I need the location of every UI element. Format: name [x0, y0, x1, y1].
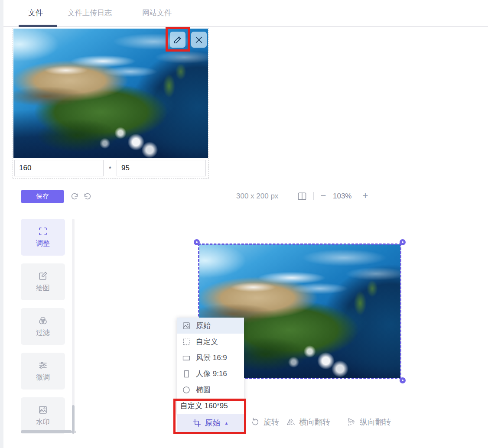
redo-icon	[83, 192, 92, 201]
rotate-icon	[251, 417, 260, 427]
tab-upload-log[interactable]: 文件上传日志	[68, 8, 112, 18]
sidebar-item-adjust[interactable]: 调整	[21, 219, 65, 256]
portrait-rect-icon	[182, 370, 191, 378]
sidebar-item-label: 过滤	[36, 328, 50, 338]
menu-item-label: 原始	[196, 321, 211, 331]
save-button[interactable]: 保存	[21, 190, 64, 203]
remove-image-button[interactable]	[191, 32, 207, 48]
zoom-in-button[interactable]: +	[361, 191, 370, 201]
caret-up-icon: ▲	[224, 421, 229, 425]
tab-bar: 文件 文件上传日志 网站文件	[3, 0, 488, 27]
thumbnail-image[interactable]	[13, 29, 208, 159]
filter-icon	[38, 315, 48, 326]
flip-vertical-icon	[347, 417, 356, 427]
flip-vertical-label: 纵向翻转	[360, 417, 391, 427]
ellipse-icon	[182, 386, 191, 394]
crop-aspect-menu: 原始 自定义 风景 16:9 人像 9:16 椭圆 自定	[177, 318, 244, 414]
scrollbar-corner	[74, 431, 76, 433]
close-icon	[194, 35, 204, 45]
crop-aspect-label: 原始	[205, 418, 221, 428]
split-view-button[interactable]	[297, 192, 307, 201]
dimension-separator: *	[104, 165, 117, 172]
crop-aspect-button[interactable]: 原始 ▲	[177, 414, 244, 432]
pencil-icon	[173, 35, 182, 45]
menu-item-custom[interactable]: 自定义	[177, 334, 244, 350]
sidebar-horizontal-scrollbar[interactable]	[21, 430, 72, 433]
file-preview-card: *	[13, 28, 209, 179]
rotate-label: 旋转	[264, 417, 279, 427]
menu-item-label: 风景 16:9	[196, 353, 227, 363]
tab-site-files[interactable]: 网站文件	[142, 8, 172, 18]
tab-files[interactable]: 文件	[28, 8, 43, 18]
height-input[interactable]	[117, 160, 206, 176]
menu-item-label: 自定义 160*95	[180, 401, 228, 411]
menu-item-label: 自定义	[196, 337, 218, 347]
menu-item-label: 椭圆	[196, 385, 211, 395]
sidebar-item-filter[interactable]: 过滤	[21, 308, 65, 345]
dashed-square-icon	[182, 338, 191, 346]
menu-item-label: 人像 9:16	[196, 369, 227, 379]
crop-icon	[192, 419, 201, 427]
crop-handle-bottom-right[interactable]	[400, 377, 406, 383]
image-editor-page: 文件 文件上传日志 网站文件 * 保存	[0, 0, 488, 448]
crop-handle-top-left[interactable]	[194, 239, 200, 245]
width-input[interactable]	[14, 160, 104, 176]
undo-button[interactable]	[70, 192, 80, 202]
tune-icon	[38, 360, 48, 370]
menu-item-portrait-9-16[interactable]: 人像 9:16	[177, 366, 244, 382]
flip-vertical-button[interactable]: 纵向翻转	[347, 417, 391, 427]
size-inputs-row: *	[13, 158, 208, 178]
landscape-rect-icon	[182, 354, 191, 362]
toolbar-divider	[313, 192, 314, 200]
menu-item-original[interactable]: 原始	[177, 318, 244, 334]
watermark-icon	[38, 405, 48, 415]
zoom-level-label: 103%	[333, 192, 351, 201]
undo-icon	[70, 192, 79, 201]
menu-item-custom-160x95[interactable]: 自定义 160*95	[177, 398, 244, 414]
sidebar-item-draw[interactable]: 绘图	[21, 263, 65, 300]
flip-horizontal-icon	[286, 417, 296, 427]
flip-horizontal-label: 横向翻转	[299, 417, 330, 427]
sidebar-item-label: 水印	[36, 418, 50, 427]
split-view-icon	[297, 192, 307, 201]
redo-button[interactable]	[83, 192, 93, 202]
window-edge	[0, 0, 3, 448]
draw-icon	[38, 271, 48, 281]
sidebar-vertical-scrollbar[interactable]	[72, 405, 75, 434]
menu-item-ellipse[interactable]: 椭圆	[177, 382, 244, 398]
edit-image-button[interactable]	[170, 32, 185, 48]
sidebar-item-label: 调整	[36, 239, 50, 248]
crop-handle-top-right[interactable]	[400, 239, 406, 245]
sidebar-item-label: 微调	[36, 373, 50, 382]
flip-horizontal-button[interactable]: 横向翻转	[286, 417, 330, 427]
sidebar-item-tune[interactable]: 微调	[21, 353, 65, 390]
rotate-button[interactable]: 旋转	[251, 417, 279, 427]
zoom-out-button[interactable]: −	[319, 191, 328, 201]
adjust-icon	[38, 226, 48, 237]
active-tab-underline	[19, 25, 57, 27]
sidebar-scrollbar-track	[72, 219, 75, 434]
canvas-dimensions-label: 300 x 200 px	[236, 192, 278, 201]
sidebar-item-label: 绘图	[36, 284, 50, 293]
sidebar-item-watermark[interactable]: 水印	[21, 397, 65, 434]
menu-item-landscape-16-9[interactable]: 风景 16:9	[177, 350, 244, 366]
image-icon	[182, 321, 191, 330]
